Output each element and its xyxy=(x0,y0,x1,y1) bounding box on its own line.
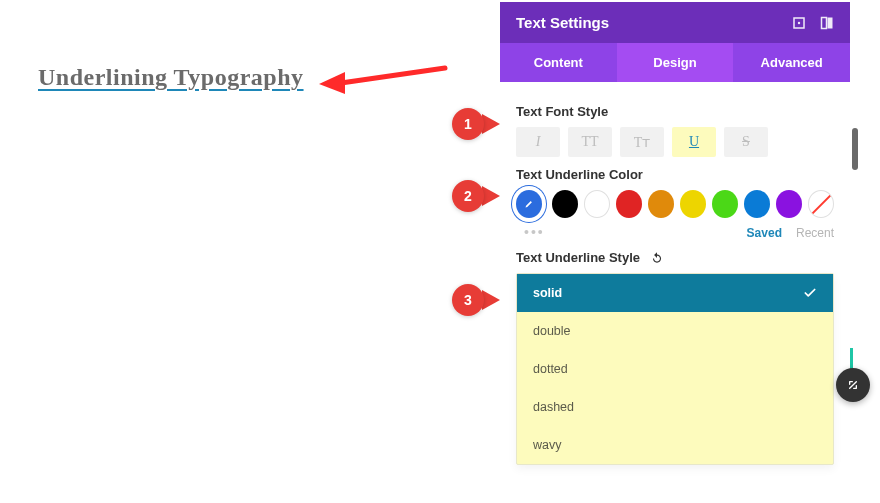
scrollbar[interactable] xyxy=(852,128,858,170)
swatch-black[interactable] xyxy=(552,190,578,218)
font-style-uppercase[interactable]: TT xyxy=(568,127,612,157)
swatch-yellow[interactable] xyxy=(680,190,706,218)
svg-point-3 xyxy=(798,21,800,23)
color-swatch-row xyxy=(516,190,834,218)
callout-bubble: 2 xyxy=(452,180,484,212)
panel-title: Text Settings xyxy=(516,14,609,31)
panel-body: Text Font Style I TT Tᴛ U S Text Underli… xyxy=(500,82,850,485)
recent-colors-tab[interactable]: Recent xyxy=(796,226,834,240)
option-label: wavy xyxy=(533,438,561,452)
font-style-row: I TT Tᴛ U S xyxy=(516,127,834,157)
annotation-arrow xyxy=(315,60,455,100)
font-style-italic[interactable]: I xyxy=(516,127,560,157)
option-label: dashed xyxy=(533,400,574,414)
saved-colors-tab[interactable]: Saved xyxy=(747,226,782,240)
swatch-orange[interactable] xyxy=(648,190,674,218)
text-settings-panel: Text Settings Content Design Advanced Te… xyxy=(500,2,850,485)
saved-recent-row: Saved Recent xyxy=(516,226,834,240)
underline-color-label-text: Text Underline Color xyxy=(516,167,643,182)
swatch-none[interactable] xyxy=(808,190,834,218)
swatch-white[interactable] xyxy=(584,190,610,218)
underline-style-dropdown[interactable]: solid double dotted dashed wavy xyxy=(516,273,834,465)
callout-tail xyxy=(482,290,500,310)
option-label: dotted xyxy=(533,362,568,376)
snap-icon[interactable] xyxy=(820,16,834,30)
underline-style-label-text: Text Underline Style xyxy=(516,250,640,265)
option-label: double xyxy=(533,324,571,338)
section-underline-color-label: Text Underline Color xyxy=(516,167,834,182)
canvas-sample-text: Underlining Typography xyxy=(38,64,304,91)
callout-tail xyxy=(482,186,500,206)
dropdown-option-double[interactable]: double xyxy=(517,312,833,350)
svg-rect-4 xyxy=(822,17,827,28)
font-style-label-text: Text Font Style xyxy=(516,104,608,119)
svg-rect-5 xyxy=(828,17,833,28)
font-style-underline[interactable]: U xyxy=(672,127,716,157)
panel-header: Text Settings xyxy=(500,2,850,43)
svg-marker-1 xyxy=(319,72,345,94)
section-underline-style-label: Text Underline Style xyxy=(516,250,834,265)
color-picker-eyedropper[interactable] xyxy=(516,190,542,218)
callout-bubble: 1 xyxy=(452,108,484,140)
panel-tabs: Content Design Advanced xyxy=(500,43,850,82)
check-icon xyxy=(803,286,817,300)
dropdown-option-solid[interactable]: solid xyxy=(517,274,833,312)
underlined-text: Underlining Typography xyxy=(38,64,304,90)
font-style-smallcaps[interactable]: Tᴛ xyxy=(620,127,664,157)
panel-header-icons xyxy=(792,16,834,30)
tab-design[interactable]: Design xyxy=(617,43,734,82)
dropdown-option-dashed[interactable]: dashed xyxy=(517,388,833,426)
expand-icon[interactable] xyxy=(792,16,806,30)
swatch-purple[interactable] xyxy=(776,190,802,218)
tab-content[interactable]: Content xyxy=(500,43,617,82)
tab-advanced[interactable]: Advanced xyxy=(733,43,850,82)
callout-bubble: 3 xyxy=(452,284,484,316)
dropdown-option-wavy[interactable]: wavy xyxy=(517,426,833,464)
swatch-green[interactable] xyxy=(712,190,738,218)
section-font-style-label: Text Font Style xyxy=(516,104,834,119)
swatch-blue[interactable] xyxy=(744,190,770,218)
font-style-strike[interactable]: S xyxy=(724,127,768,157)
dropdown-option-dotted[interactable]: dotted xyxy=(517,350,833,388)
swatch-red[interactable] xyxy=(616,190,642,218)
resize-handle[interactable] xyxy=(836,368,870,402)
reset-icon[interactable] xyxy=(650,251,664,265)
svg-line-0 xyxy=(341,68,445,83)
callout-tail xyxy=(482,114,500,134)
option-label: solid xyxy=(533,286,562,300)
